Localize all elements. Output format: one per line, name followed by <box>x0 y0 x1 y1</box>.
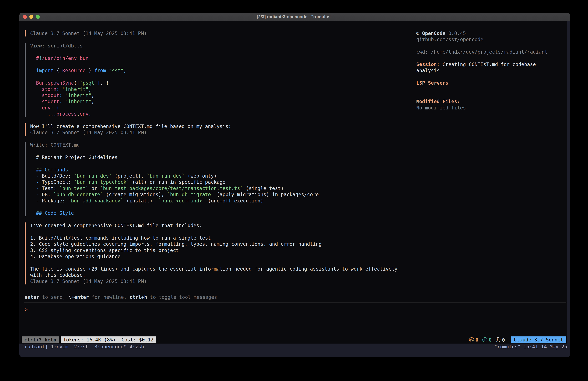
terminal-line: I've created a comprehensive CONTEXT.md … <box>30 223 398 229</box>
terminal-line: enter to send, \+enter for newline, ctrl… <box>25 294 217 300</box>
assistant-message-block: Now I'll create a comprehensive CONTEXT.… <box>25 123 398 136</box>
terminal-line: env: { <box>30 105 398 111</box>
window-titlebar[interactable]: [2/3] radiant:3:opencode - "romulus" <box>19 13 570 21</box>
tool-write-block: Write: CONTEXT.md # Radiant Project Guid… <box>25 142 398 216</box>
prompt-input[interactable]: > <box>25 306 28 313</box>
session-sidebar: © OpenCode 0.0.45github.com/sst/opencode… <box>416 30 547 111</box>
terminal-line: ## Commands <box>30 167 398 173</box>
terminal-line: - Test: `bun test` or `bun test packages… <box>30 185 398 191</box>
terminal-line: - Package: `bun add <package>` (install)… <box>30 198 398 204</box>
terminal-line: ## Code Style <box>30 210 398 216</box>
message-header-block: Claude 3.7 Sonnet (14 May 2025 03:41 PM) <box>25 30 398 37</box>
terminal-line: © OpenCode 0.0.45 <box>416 30 547 37</box>
window-title: [2/3] radiant:3:opencode - "romulus" <box>257 14 333 19</box>
desktop: { "window": { "title": "[2/3] radiant:3:… <box>0 0 588 381</box>
terminal-line: View: script/db.ts <box>30 43 398 49</box>
terminal-line <box>30 49 398 55</box>
terminal-line <box>30 160 398 167</box>
terminal-line: Now I'll create a comprehensive CONTEXT.… <box>30 123 398 130</box>
terminal-line: - Build/Dev: `bun run dev` (project), `b… <box>30 173 398 179</box>
tmux-host-clock: "romulus" 15:41 14-May-25 <box>494 344 567 350</box>
terminal-line <box>30 61 398 67</box>
opencode-tui: Claude 3.7 Sonnet (14 May 2025 03:41 PM)… <box>19 21 567 344</box>
chat-transcript: Claude 3.7 Sonnet (14 May 2025 03:41 PM)… <box>25 30 398 291</box>
terminal-window: [2/3] radiant:3:opencode - "romulus" Cla… <box>19 13 570 357</box>
keybinding-help-line: enter to send, \+enter for newline, ctrl… <box>25 294 217 300</box>
terminal-line: cwd: /home/thdxr/dev/projects/radiant/ra… <box>416 49 547 55</box>
status-bar: ctrl+? help Tokens: 16.4K (8%), Cost: $0… <box>22 336 566 343</box>
terminal-line: analysis <box>416 67 547 74</box>
terminal-line: stdout: "inherit", <box>30 92 398 98</box>
model-badge[interactable]: Claude 3.7 Sonnet <box>511 336 566 343</box>
input-divider <box>24 303 566 303</box>
tmux-window-list[interactable]: [radiant] 1:nvim 2:zsh- 3:opencode* 4:zs… <box>22 344 144 350</box>
terminal-line: Write: CONTEXT.md <box>30 142 398 148</box>
terminal-line: LSP Servers <box>416 80 547 86</box>
minimize-button[interactable] <box>29 15 33 19</box>
terminal-line: # Radiant Project Guidelines <box>30 154 398 160</box>
terminal-line: with this codebase. <box>30 272 398 278</box>
diagnostic-counters: Ⓦ0ⓘ0ⓗ0 <box>469 336 505 343</box>
prompt-chevron-icon: > <box>25 307 28 312</box>
circled-i-icon: ⓘ0 <box>482 336 492 343</box>
terminal-line <box>30 148 398 154</box>
terminal-line <box>416 55 547 61</box>
terminal-line: Modified Files: <box>416 98 547 105</box>
terminal-line: The file is concise (20 lines) and captu… <box>30 266 398 272</box>
help-shortcut-chip: ctrl+? help <box>22 336 59 343</box>
tmux-status-bar: [radiant] 1:nvim 2:zsh- 3:opencode* 4:zs… <box>22 344 567 350</box>
terminal-line: No modified files <box>416 105 547 111</box>
terminal-line <box>416 92 547 98</box>
terminal-line: 2. Code style guidelines covering import… <box>30 241 398 247</box>
terminal-line <box>416 74 547 80</box>
terminal-line: import { Resource } from "sst"; <box>30 67 398 74</box>
zoom-button[interactable] <box>36 15 40 19</box>
terminal-line: 1. Build/lint/test commands including ho… <box>30 235 398 241</box>
terminal-line: Session: Creating CONTEXT.md for codebas… <box>416 61 547 67</box>
terminal-line <box>30 229 398 235</box>
terminal-line: 3. CSS styling conventions specific to t… <box>30 247 398 253</box>
terminal-line: Bun.spawnSync([`psql`], { <box>30 80 398 86</box>
terminal-line: - TypeCheck: `bun run typecheck` (all) o… <box>30 179 398 185</box>
terminal-line: stdin: "inherit", <box>30 86 398 92</box>
terminal-line: - DB: `bun db generate` (create migratio… <box>30 191 398 198</box>
tokens-cost-chip: Tokens: 16.4K (8%), Cost: $0.12 <box>61 336 156 343</box>
terminal-line: Claude 3.7 Sonnet (14 May 2025 03:41 PM) <box>30 130 398 135</box>
circled-h-icon: ⓗ0 <box>496 336 505 343</box>
traffic-lights <box>23 13 40 21</box>
terminal-line: Claude 3.7 Sonnet (14 May 2025 03:41 PM) <box>30 278 398 285</box>
terminal-line: github.com/sst/opencode <box>416 37 547 43</box>
close-button[interactable] <box>23 15 27 19</box>
terminal-line: Claude 3.7 Sonnet (14 May 2025 03:41 PM) <box>30 30 398 37</box>
assistant-summary-block: I've created a comprehensive CONTEXT.md … <box>25 223 398 285</box>
terminal-line: #!/usr/bin/env bun <box>30 55 398 61</box>
terminal-line: ...process.env, <box>30 111 398 117</box>
terminal-line: stderr: "inherit", <box>30 98 398 105</box>
terminal-line: 4. Database operations guidance <box>30 253 398 260</box>
tool-view-block: View: script/db.ts #!/usr/bin/env bun im… <box>25 43 398 117</box>
terminal-line <box>30 260 398 266</box>
terminal-line <box>416 43 547 49</box>
circled-w-icon: Ⓦ0 <box>469 336 479 343</box>
terminal-line <box>416 86 547 92</box>
terminal-line <box>30 74 398 80</box>
terminal-line <box>30 204 398 210</box>
